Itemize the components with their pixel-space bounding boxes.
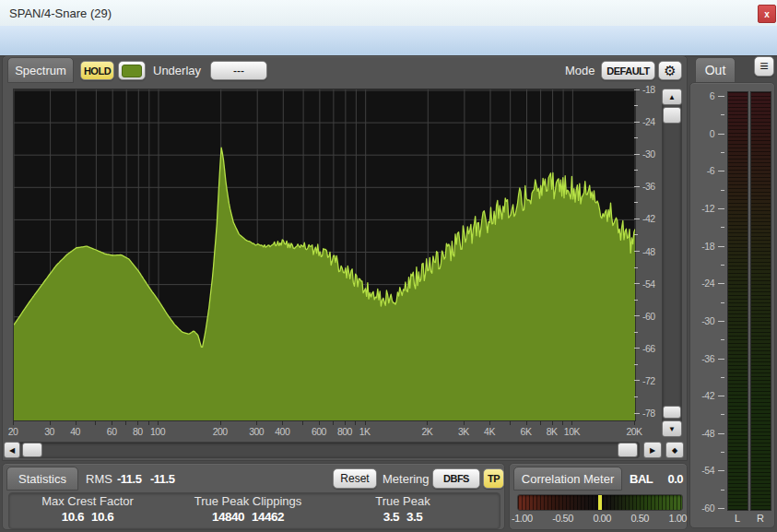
frequency-axis: 20304060801002003004006008001K2K3K4K6K8K… [13, 420, 640, 439]
freq-tick [220, 420, 221, 425]
out-meter-tick [718, 96, 724, 97]
db-tick [634, 315, 640, 316]
horizontal-scrollbar-track[interactable] [4, 442, 640, 458]
db-tick [634, 396, 638, 397]
out-meter-tick [718, 283, 724, 284]
db-tick [634, 413, 640, 414]
tp-button[interactable]: TP [483, 468, 504, 489]
out-meter-tick [718, 508, 724, 509]
db-tick-label: -18 [642, 84, 655, 95]
out-meter-tick-label: 6 [690, 90, 714, 101]
spectrum-color-swatch [122, 65, 142, 77]
freq-tick-label: 80 [133, 426, 143, 437]
horizontal-scrollbar-thumb-right[interactable] [618, 443, 638, 457]
freq-tick [510, 420, 511, 425]
db-tick [634, 300, 638, 301]
db-tick-label: -36 [642, 181, 655, 192]
db-tick [634, 380, 640, 381]
db-tick-label: -24 [642, 116, 655, 127]
horizontal-scrollbar-thumb-left[interactable] [22, 443, 42, 457]
db-tick [634, 332, 638, 333]
out-meter-tick [721, 377, 724, 378]
tab-statistics[interactable]: Statistics [6, 467, 78, 491]
out-meter-tick [721, 302, 724, 303]
freq-tick-label: 3K [458, 426, 469, 437]
freq-tick-label: 40 [70, 426, 80, 437]
freq-tick-label: 10K [564, 426, 580, 437]
tab-out[interactable]: Out [695, 57, 736, 83]
spectrum-plot[interactable] [13, 89, 636, 421]
freq-tick-label: 60 [107, 426, 117, 437]
dbfs-button[interactable]: DBFS [432, 468, 480, 489]
hold-button[interactable]: HOLD [80, 61, 114, 80]
freq-tick-label: 1K [359, 426, 371, 437]
freq-tick [427, 420, 428, 425]
close-icon[interactable]: x [758, 5, 776, 23]
channel-label-right: R [757, 513, 764, 524]
underlay-select-button[interactable]: --- [210, 61, 267, 80]
scroll-up-icon[interactable]: ▲ [662, 89, 682, 105]
freq-tick-label: 2K [421, 426, 432, 437]
bal-label: BAL [630, 472, 653, 486]
db-axis: -18-24-30-36-42-48-54-60-66-72-78 [634, 89, 660, 420]
freq-tick-label: 600 [312, 426, 326, 437]
out-meter-tick [718, 321, 724, 322]
scroll-right-icon[interactable]: ▶ [643, 442, 662, 458]
db-tick [634, 364, 638, 365]
reset-button[interactable]: Reset [333, 468, 377, 489]
db-tick [634, 89, 640, 90]
out-meter-tick-label: -12 [690, 203, 714, 214]
freq-tick [112, 420, 112, 425]
out-meter-strip-left [727, 91, 748, 511]
freq-tick [365, 420, 366, 425]
out-meter-tick [721, 265, 724, 266]
freq-tick [319, 420, 320, 425]
freq-tick-label: 20K [626, 426, 642, 437]
out-meter-tick-label: -18 [690, 241, 714, 252]
underlay-color-button[interactable] [118, 61, 146, 80]
bal-value: 0.0 [659, 472, 683, 486]
window-title: SPAN/4-Snare (29) [9, 6, 112, 20]
vertical-scrollbar-thumb-bottom[interactable] [663, 406, 681, 419]
title-bar: SPAN/4-Snare (29) x [0, 0, 777, 27]
out-meter-tick [718, 171, 724, 171]
scroll-down-icon[interactable]: ▼ [662, 420, 682, 437]
zoom-diamond-icon[interactable]: ◆ [665, 442, 684, 458]
freq-tick [562, 420, 563, 425]
stat-true-peak: True Peak 3.53.5 [375, 494, 430, 524]
freq-tick-label: 100 [150, 426, 165, 437]
underlay-label: Underlay [153, 64, 201, 77]
tab-correlation-meter[interactable]: Correlation Meter [513, 467, 622, 491]
out-meter-tick [721, 490, 724, 491]
db-tick [634, 170, 638, 171]
out-meter-section: Out 60-6-12-18-24-30-36-42-48-54-60 L R [689, 55, 775, 528]
out-meter-tick [721, 114, 724, 115]
mode-select-button[interactable]: DEFAULT [601, 61, 655, 80]
freq-tick [552, 420, 553, 425]
scroll-left-icon[interactable]: ◀ [4, 442, 20, 458]
settings-gear-icon[interactable]: ⚙ [658, 61, 682, 80]
freq-tick [148, 420, 149, 425]
out-meter-tick-label: -24 [690, 278, 714, 289]
db-tick [634, 267, 638, 268]
out-meter-tick-label: -36 [690, 353, 714, 364]
freq-tick-label: 300 [249, 426, 264, 437]
freq-tick-label: 800 [337, 426, 352, 437]
vertical-scrollbar-track[interactable] [662, 89, 682, 437]
out-meter-strip-right [750, 91, 771, 511]
out-meter-tick-label: -6 [690, 165, 714, 176]
out-meter-body: 60-6-12-18-24-30-36-42-48-54-60 L R [689, 82, 775, 528]
out-meter-tick [718, 208, 724, 209]
vertical-scrollbar-thumb-top[interactable] [663, 107, 681, 124]
mode-label: Mode [565, 64, 595, 77]
out-meter-tick [721, 190, 724, 191]
db-tick [634, 154, 640, 155]
freq-tick [125, 420, 126, 425]
correlation-scale-label: -0.50 [552, 513, 573, 524]
rms-label: RMS [86, 472, 112, 486]
statistics-panel: Statistics RMS -11.5 -11.5 Reset Meterin… [2, 463, 505, 530]
db-tick [634, 186, 640, 187]
channel-label-left: L [735, 513, 740, 524]
tab-spectrum[interactable]: Spectrum [7, 57, 74, 83]
db-tick [634, 348, 640, 349]
